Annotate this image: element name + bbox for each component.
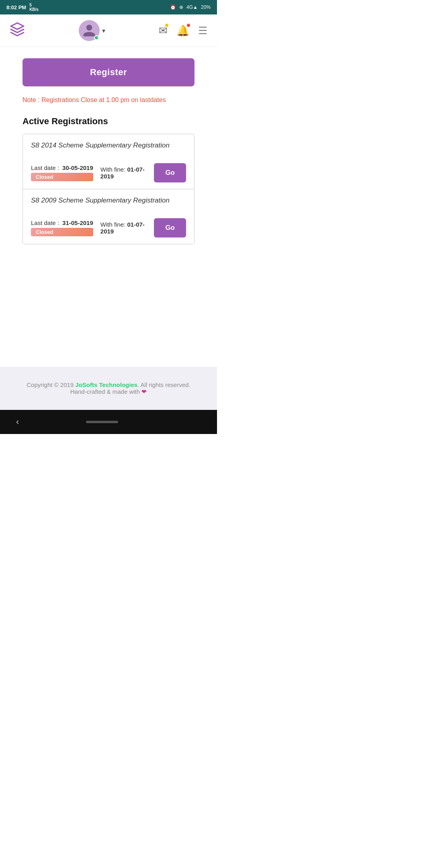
go-button-1[interactable]: Go: [154, 163, 186, 182]
navbar: ▾ ✉ 🔔 ☰: [0, 14, 217, 47]
register-button[interactable]: Register: [23, 58, 194, 86]
footer: Copyright © 2019 JoSofts Technologies. A…: [0, 367, 217, 410]
reg-title-1: S8 2014 Scheme Supplementary Registratio…: [23, 134, 194, 157]
svg-marker-0: [11, 23, 24, 29]
with-fine-1: With fine: 01-07-2019: [100, 166, 147, 180]
navbar-actions: ✉ 🔔 ☰: [159, 25, 207, 37]
reg-detail-2: Last date : 31-05-2019 Closed With fine:…: [23, 212, 194, 244]
section-title: Active Registrations: [23, 116, 194, 127]
mail-badge: [164, 23, 169, 28]
online-dot: [94, 35, 99, 40]
bell-button[interactable]: 🔔: [176, 25, 189, 37]
reg-dates-2: Last date : 31-05-2019 Closed: [31, 219, 93, 236]
registration-note: Note : Registrations Close at 1.00 pm on…: [23, 95, 194, 105]
user-icon: [82, 23, 96, 38]
main-content: Register Note : Registrations Close at 1…: [0, 47, 217, 319]
status-right-icons: ⏰ ⊕ 4G▲ 20%: [170, 4, 211, 10]
bottom-nav-bar: ‹: [0, 410, 217, 434]
menu-button[interactable]: ☰: [198, 25, 207, 37]
status-time-area: 8:02 PM 5 KB/s: [6, 3, 39, 12]
go-button-2[interactable]: Go: [154, 218, 186, 237]
battery-icon: 20%: [201, 4, 211, 10]
status-time: 8:02 PM: [6, 4, 26, 10]
closed-badge-2: Closed: [31, 228, 93, 236]
reg-title-2: S8 2009 Scheme Supplementary Registratio…: [23, 189, 194, 212]
last-date-line-2: Last date : 31-05-2019: [31, 219, 93, 226]
reg-dates-1: Last date : 30-05-2019 Closed: [31, 164, 93, 181]
footer-handcrafted: Hand-crafted & made with ❤: [8, 388, 209, 395]
bell-badge: [186, 23, 191, 28]
footer-copyright: Copyright © 2019 JoSofts Technologies. A…: [8, 381, 209, 388]
clock-icon: ⏰: [170, 4, 176, 10]
with-fine-2: With fine: 01-07-2019: [100, 221, 147, 235]
reg-detail-1: Last date : 30-05-2019 Closed With fine:…: [23, 157, 194, 189]
empty-space: [0, 319, 217, 367]
signal-icon: 4G▲: [186, 4, 198, 10]
closed-badge-1: Closed: [31, 173, 93, 181]
status-bar: 8:02 PM 5 KB/s ⏰ ⊕ 4G▲ 20%: [0, 0, 217, 14]
registration-item-1: S8 2014 Scheme Supplementary Registratio…: [23, 134, 194, 189]
heart-icon: ❤: [141, 388, 147, 395]
mail-button[interactable]: ✉: [159, 25, 168, 37]
registrations-table: S8 2014 Scheme Supplementary Registratio…: [23, 134, 194, 244]
avatar: [79, 20, 100, 41]
home-pill[interactable]: [86, 421, 118, 423]
status-data: 5 KB/s: [29, 3, 39, 12]
chevron-down-icon: ▾: [102, 27, 105, 35]
registration-item-2: S8 2009 Scheme Supplementary Registratio…: [23, 189, 194, 244]
gps-icon: ⊕: [179, 4, 183, 10]
back-button[interactable]: ‹: [16, 417, 19, 427]
user-profile-area[interactable]: ▾: [79, 20, 105, 41]
last-date-line-1: Last date : 30-05-2019: [31, 164, 93, 171]
layers-icon[interactable]: [10, 22, 25, 40]
